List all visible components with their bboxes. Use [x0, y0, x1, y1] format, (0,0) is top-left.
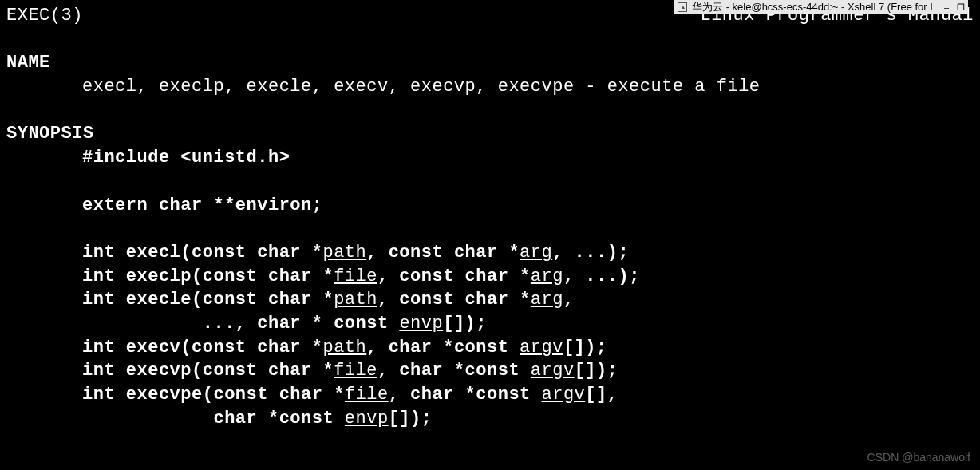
window-titlebar: 华为云 - kele@hcss-ecs-44dd:~ - Xshell 7 (F… [674, 0, 968, 14]
execv-signature: int execv(const char *path, char *const … [6, 336, 974, 360]
execle-signature-line1: int execle(const char *path, const char … [6, 288, 974, 312]
include-line: #include <unistd.h> [6, 146, 974, 170]
execle-signature-line2: ..., char * const envp[]); [6, 312, 974, 336]
section-synopsis-heading: SYNOPSIS [6, 122, 974, 146]
extern-line: extern char **environ; [6, 194, 974, 218]
section-name-heading: NAME [6, 51, 974, 75]
execvpe-signature-line2: char *const envp[]); [6, 407, 974, 431]
pin-icon[interactable] [678, 2, 687, 12]
execl-signature: int execl(const char *path, const char *… [6, 241, 974, 265]
execlp-signature: int execlp(const char *file, const char … [6, 265, 974, 289]
minimize-button[interactable]: – [944, 2, 949, 14]
execvpe-signature-line1: int execvpe(const char *file, char *cons… [6, 383, 974, 407]
maximize-button[interactable]: ❐ [957, 2, 965, 14]
man-page-content: EXEC(3) Linux Programmer's Manual NAME e… [6, 4, 974, 430]
titlebar-text: 华为云 - kele@hcss-ecs-44dd:~ - Xshell 7 (F… [692, 0, 933, 14]
execvp-signature: int execvp(const char *file, char *const… [6, 359, 974, 383]
watermark: CSDN @bananawolf [867, 450, 970, 465]
name-body: execl, execlp, execle, execv, execvp, ex… [6, 75, 974, 99]
window-controls: – ❐ [944, 2, 965, 14]
man-page-id: EXEC(3) [6, 4, 83, 28]
